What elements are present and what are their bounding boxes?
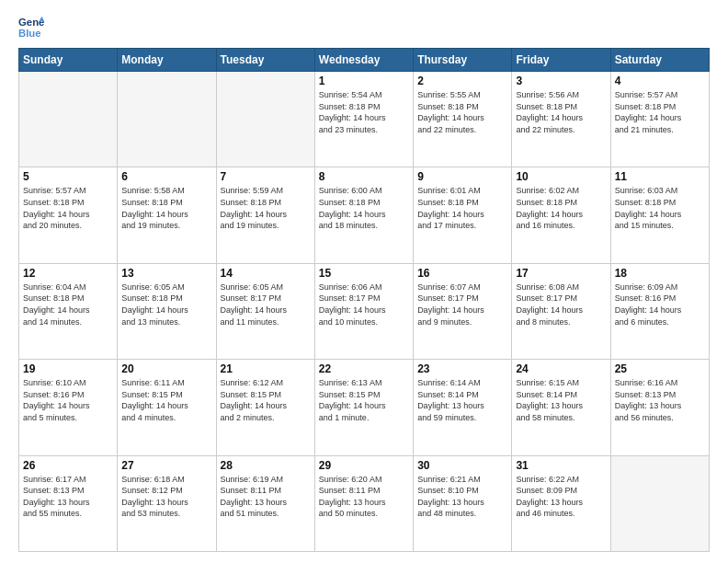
day-info: Sunrise: 6:08 AMSunset: 8:17 PMDaylight:… — [516, 282, 606, 327]
day-info: Sunrise: 6:11 AMSunset: 8:15 PMDaylight:… — [121, 377, 211, 423]
page-header: General Blue — [18, 15, 710, 40]
day-info: Sunrise: 6:04 AMSunset: 8:18 PMDaylight:… — [23, 282, 113, 327]
day-info: Sunrise: 6:06 AMSunset: 8:17 PMDaylight:… — [319, 282, 409, 327]
day-number: 16 — [417, 267, 507, 280]
day-number: 11 — [615, 170, 705, 183]
day-number: 28 — [221, 459, 311, 472]
day-number: 1 — [319, 75, 409, 87]
day-info: Sunrise: 5:57 AMSunset: 8:18 PMDaylight:… — [23, 185, 113, 231]
day-number: 15 — [319, 267, 409, 280]
day-number: 3 — [516, 75, 606, 87]
calendar-header-monday: Monday — [118, 49, 216, 72]
day-info: Sunrise: 6:12 AMSunset: 8:15 PMDaylight:… — [221, 377, 311, 423]
day-info: Sunrise: 5:58 AMSunset: 8:18 PMDaylight:… — [121, 185, 211, 231]
calendar-cell: 23Sunrise: 6:14 AMSunset: 8:14 PMDayligh… — [414, 360, 512, 455]
day-number: 13 — [121, 267, 211, 280]
calendar-cell: 19Sunrise: 6:10 AMSunset: 8:16 PMDayligh… — [19, 360, 118, 455]
calendar-cell: 8Sunrise: 6:00 AMSunset: 8:18 PMDaylight… — [314, 167, 413, 263]
calendar-cell: 18Sunrise: 6:09 AMSunset: 8:16 PMDayligh… — [610, 263, 709, 359]
day-number: 10 — [516, 170, 606, 183]
calendar-cell — [216, 72, 314, 167]
day-info: Sunrise: 6:05 AMSunset: 8:18 PMDaylight:… — [121, 282, 211, 327]
day-info: Sunrise: 6:17 AMSunset: 8:13 PMDaylight:… — [23, 474, 113, 520]
calendar-cell: 20Sunrise: 6:11 AMSunset: 8:15 PMDayligh… — [118, 360, 216, 455]
calendar-week-0: 1Sunrise: 5:54 AMSunset: 8:18 PMDaylight… — [19, 72, 710, 167]
day-number: 25 — [615, 362, 705, 375]
day-info: Sunrise: 6:00 AMSunset: 8:18 PMDaylight:… — [319, 185, 409, 231]
svg-text:Blue: Blue — [18, 28, 41, 39]
day-number: 12 — [23, 267, 113, 280]
day-number: 4 — [615, 75, 705, 87]
day-number: 24 — [516, 362, 606, 375]
calendar-cell — [19, 72, 118, 167]
calendar-cell: 28Sunrise: 6:19 AMSunset: 8:11 PMDayligh… — [216, 455, 314, 551]
calendar-cell: 16Sunrise: 6:07 AMSunset: 8:17 PMDayligh… — [414, 263, 512, 359]
day-info: Sunrise: 6:22 AMSunset: 8:09 PMDaylight:… — [516, 474, 606, 520]
day-number: 8 — [319, 170, 409, 183]
logo: General Blue — [18, 15, 44, 40]
calendar-table: SundayMondayTuesdayWednesdayThursdayFrid… — [18, 48, 710, 552]
calendar-cell: 17Sunrise: 6:08 AMSunset: 8:17 PMDayligh… — [512, 263, 610, 359]
calendar-header-tuesday: Tuesday — [216, 49, 314, 72]
calendar-cell: 31Sunrise: 6:22 AMSunset: 8:09 PMDayligh… — [512, 455, 610, 551]
calendar-week-3: 19Sunrise: 6:10 AMSunset: 8:16 PMDayligh… — [19, 360, 710, 455]
calendar-cell: 24Sunrise: 6:15 AMSunset: 8:14 PMDayligh… — [512, 360, 610, 455]
calendar-cell: 21Sunrise: 6:12 AMSunset: 8:15 PMDayligh… — [216, 360, 314, 455]
day-info: Sunrise: 5:56 AMSunset: 8:18 PMDaylight:… — [516, 89, 606, 135]
day-info: Sunrise: 6:09 AMSunset: 8:16 PMDaylight:… — [615, 282, 705, 327]
day-number: 7 — [221, 170, 311, 183]
calendar-cell: 3Sunrise: 5:56 AMSunset: 8:18 PMDaylight… — [512, 72, 610, 167]
day-info: Sunrise: 6:16 AMSunset: 8:13 PMDaylight:… — [615, 377, 705, 423]
day-number: 26 — [23, 459, 113, 472]
calendar-cell: 5Sunrise: 5:57 AMSunset: 8:18 PMDaylight… — [19, 167, 118, 263]
svg-text:General: General — [18, 17, 44, 28]
day-info: Sunrise: 6:10 AMSunset: 8:16 PMDaylight:… — [23, 377, 113, 423]
calendar-cell: 14Sunrise: 6:05 AMSunset: 8:17 PMDayligh… — [216, 263, 314, 359]
day-info: Sunrise: 6:19 AMSunset: 8:11 PMDaylight:… — [221, 474, 311, 520]
day-number: 14 — [221, 267, 311, 280]
day-number: 23 — [417, 362, 507, 375]
calendar-cell: 22Sunrise: 6:13 AMSunset: 8:15 PMDayligh… — [314, 360, 413, 455]
calendar-header-wednesday: Wednesday — [314, 49, 413, 72]
day-number: 30 — [417, 459, 507, 472]
calendar-header-sunday: Sunday — [19, 49, 118, 72]
calendar-header-row: SundayMondayTuesdayWednesdayThursdayFrid… — [19, 49, 710, 72]
day-number: 18 — [615, 267, 705, 280]
calendar-cell: 11Sunrise: 6:03 AMSunset: 8:18 PMDayligh… — [610, 167, 709, 263]
calendar-cell: 30Sunrise: 6:21 AMSunset: 8:10 PMDayligh… — [414, 455, 512, 551]
day-number: 19 — [23, 362, 113, 375]
day-info: Sunrise: 5:54 AMSunset: 8:18 PMDaylight:… — [319, 89, 409, 135]
calendar-cell: 10Sunrise: 6:02 AMSunset: 8:18 PMDayligh… — [512, 167, 610, 263]
calendar-cell: 29Sunrise: 6:20 AMSunset: 8:11 PMDayligh… — [314, 455, 413, 551]
calendar-cell: 13Sunrise: 6:05 AMSunset: 8:18 PMDayligh… — [118, 263, 216, 359]
calendar-cell: 6Sunrise: 5:58 AMSunset: 8:18 PMDaylight… — [118, 167, 216, 263]
calendar-cell: 25Sunrise: 6:16 AMSunset: 8:13 PMDayligh… — [610, 360, 709, 455]
calendar-cell: 7Sunrise: 5:59 AMSunset: 8:18 PMDaylight… — [216, 167, 314, 263]
day-info: Sunrise: 6:15 AMSunset: 8:14 PMDaylight:… — [516, 377, 606, 423]
calendar-cell: 27Sunrise: 6:18 AMSunset: 8:12 PMDayligh… — [118, 455, 216, 551]
calendar-header-thursday: Thursday — [414, 49, 512, 72]
day-info: Sunrise: 6:21 AMSunset: 8:10 PMDaylight:… — [417, 474, 507, 520]
day-info: Sunrise: 6:01 AMSunset: 8:18 PMDaylight:… — [417, 185, 507, 231]
day-number: 20 — [121, 362, 211, 375]
calendar-header-saturday: Saturday — [610, 49, 709, 72]
calendar-week-1: 5Sunrise: 5:57 AMSunset: 8:18 PMDaylight… — [19, 167, 710, 263]
day-info: Sunrise: 6:20 AMSunset: 8:11 PMDaylight:… — [319, 474, 409, 520]
day-info: Sunrise: 6:05 AMSunset: 8:17 PMDaylight:… — [221, 282, 311, 327]
calendar-header-friday: Friday — [512, 49, 610, 72]
day-info: Sunrise: 5:57 AMSunset: 8:18 PMDaylight:… — [615, 89, 705, 135]
calendar-cell: 15Sunrise: 6:06 AMSunset: 8:17 PMDayligh… — [314, 263, 413, 359]
day-number: 6 — [121, 170, 211, 183]
day-number: 31 — [516, 459, 606, 472]
day-number: 5 — [23, 170, 113, 183]
calendar-week-4: 26Sunrise: 6:17 AMSunset: 8:13 PMDayligh… — [19, 455, 710, 551]
day-info: Sunrise: 6:07 AMSunset: 8:17 PMDaylight:… — [417, 282, 507, 327]
calendar-cell: 9Sunrise: 6:01 AMSunset: 8:18 PMDaylight… — [414, 167, 512, 263]
day-number: 17 — [516, 267, 606, 280]
logo-icon: General Blue — [18, 15, 44, 40]
day-info: Sunrise: 6:13 AMSunset: 8:15 PMDaylight:… — [319, 377, 409, 423]
day-number: 9 — [417, 170, 507, 183]
calendar-week-2: 12Sunrise: 6:04 AMSunset: 8:18 PMDayligh… — [19, 263, 710, 359]
calendar-cell: 1Sunrise: 5:54 AMSunset: 8:18 PMDaylight… — [314, 72, 413, 167]
calendar-cell: 12Sunrise: 6:04 AMSunset: 8:18 PMDayligh… — [19, 263, 118, 359]
